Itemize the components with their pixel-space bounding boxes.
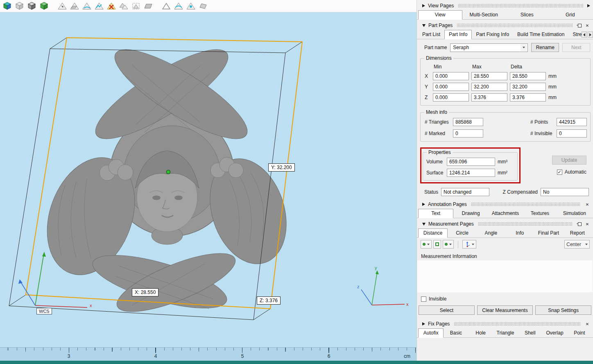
tab-part-info[interactable]: Part Info: [444, 30, 472, 39]
mark-triangle-icon[interactable]: [57, 1, 67, 11]
y-min-field[interactable]: [433, 83, 469, 91]
points-field[interactable]: [557, 118, 587, 126]
z-min-field[interactable]: [433, 93, 469, 102]
tab-point[interactable]: Point: [567, 329, 592, 337]
point-mode-dropdown[interactable]: [421, 240, 432, 249]
tab-attachments[interactable]: Attachments: [488, 209, 523, 218]
tab-multi-section[interactable]: Multi-Section: [462, 11, 506, 19]
x-delta-field[interactable]: [510, 72, 546, 80]
automatic-checkbox[interactable]: [557, 170, 562, 175]
tab-report[interactable]: Report: [563, 229, 592, 237]
tab-part-list[interactable]: Part List: [418, 30, 444, 39]
clear-measurements-button[interactable]: Clear Measurements: [477, 305, 533, 315]
viewport-canvas[interactable]: x x y z: [0, 12, 416, 347]
rename-button[interactable]: Rename: [531, 43, 559, 52]
axis-snap-dropdown[interactable]: [462, 240, 476, 249]
drag-grip[interactable]: [458, 4, 583, 8]
close-icon[interactable]: [584, 201, 590, 207]
fix-pages-header[interactable]: Fix Pages: [417, 319, 593, 328]
cube-wire-icon[interactable]: [14, 1, 25, 11]
pin-icon[interactable]: [577, 23, 582, 28]
triangles-field[interactable]: [453, 118, 483, 126]
tab-simulation[interactable]: Simulation: [557, 209, 592, 218]
tab-slices[interactable]: Slices: [505, 11, 549, 19]
y-delta-field[interactable]: [510, 83, 546, 91]
tab-shell[interactable]: Shell: [518, 329, 542, 337]
snap-settings-button[interactable]: Snap Settings: [535, 305, 591, 315]
mark-shell-icon[interactable]: [118, 1, 129, 11]
tab-autofix[interactable]: Autofix: [418, 328, 444, 338]
plane-solid-icon[interactable]: [143, 1, 153, 11]
center-combobox[interactable]: Center: [564, 240, 590, 249]
second-point-dropdown[interactable]: [443, 240, 454, 249]
tab-scroll-left-icon[interactable]: [582, 32, 587, 38]
next-button[interactable]: Next: [562, 43, 590, 52]
tab-textures[interactable]: Textures: [523, 209, 557, 218]
part-pages-header[interactable]: Part Pages: [417, 21, 593, 30]
right-panel: View Pages View Multi-Section Slices Gri…: [416, 0, 593, 361]
mark-surface-icon[interactable]: [81, 1, 92, 11]
x-min-field[interactable]: [433, 72, 469, 80]
unmark-all-icon[interactable]: [106, 1, 116, 11]
point-marker-toggle[interactable]: [433, 240, 441, 249]
update-button[interactable]: Update: [552, 156, 586, 165]
mark-window-icon[interactable]: [131, 1, 141, 11]
tab-view[interactable]: View: [418, 10, 462, 20]
z-delta-field[interactable]: [510, 93, 546, 102]
annotation-pages-header[interactable]: Annotation Pages: [417, 200, 593, 209]
panel-overflow-icon[interactable]: [587, 4, 590, 7]
tab-basic[interactable]: Basic: [444, 329, 468, 337]
tab-drawing[interactable]: Drawing: [453, 209, 488, 218]
invisible-field[interactable]: [557, 129, 587, 138]
drag-grip[interactable]: [454, 322, 580, 326]
tab-hole[interactable]: Hole: [469, 329, 493, 337]
mark-plane-icon[interactable]: [69, 1, 79, 11]
tab-angle[interactable]: Angle: [477, 229, 505, 237]
z-compensated-field[interactable]: [541, 188, 589, 196]
y-max-field[interactable]: [471, 83, 507, 91]
drag-grip[interactable]: [471, 202, 580, 206]
tab-text[interactable]: Text: [418, 209, 453, 218]
tab-build-time-estimation[interactable]: Build Time Estimation: [513, 30, 568, 39]
new-triangle-icon[interactable]: [161, 1, 171, 11]
drag-grip[interactable]: [457, 23, 573, 27]
tab-overlap[interactable]: Overlap: [542, 329, 567, 337]
volume-field[interactable]: [447, 158, 495, 166]
invisible-checkbox[interactable]: [421, 296, 426, 302]
measurement-point[interactable]: [167, 170, 170, 174]
close-icon[interactable]: [584, 321, 590, 327]
3d-viewport[interactable]: x x y z Y: 32.200 X: 28.550 Z: 3.376 WCS: [0, 12, 416, 347]
surface-field[interactable]: [447, 169, 495, 177]
close-icon[interactable]: [584, 221, 590, 227]
pin-icon[interactable]: [577, 222, 582, 226]
marked-field[interactable]: [453, 129, 483, 138]
z-max-field[interactable]: [471, 93, 507, 102]
dimensions-group: Dimensions Min Max Delta X mm Y mm Z: [420, 58, 591, 106]
tab-stre[interactable]: Stre: [568, 30, 582, 39]
tab-grid[interactable]: Grid: [549, 11, 592, 19]
view-pages-header[interactable]: View Pages: [417, 1, 593, 10]
combo-arrow-area[interactable]: [521, 44, 527, 51]
seraph-model[interactable]: [32, 35, 299, 323]
select-button[interactable]: Select: [419, 305, 475, 315]
tab-part-fixing-info[interactable]: Part Fixing Info: [472, 30, 513, 39]
cube-solid-green-icon[interactable]: [39, 1, 49, 11]
x-max-field[interactable]: [471, 72, 507, 80]
view-cube-icon[interactable]: [2, 1, 12, 11]
tab-distance[interactable]: Distance: [418, 228, 448, 238]
triangle-point-icon[interactable]: [186, 1, 196, 11]
tab-info[interactable]: Info: [505, 229, 534, 237]
close-icon[interactable]: [584, 23, 590, 28]
mark-connected-icon[interactable]: [94, 1, 104, 11]
triangle-edge-icon[interactable]: [173, 1, 183, 11]
status-field[interactable]: [441, 188, 489, 196]
cube-section-icon[interactable]: [27, 1, 37, 11]
tab-triangle[interactable]: Triangle: [493, 329, 518, 337]
plane-flag-icon[interactable]: [198, 1, 208, 11]
tab-final-part[interactable]: Final Part: [534, 229, 563, 237]
measurement-pages-header[interactable]: Measurement Pages: [417, 219, 593, 228]
tab-circle[interactable]: Circle: [448, 229, 476, 237]
drag-grip[interactable]: [478, 222, 573, 226]
tab-scroll-right-icon[interactable]: [588, 32, 593, 38]
part-name-combobox[interactable]: Seraph: [450, 43, 528, 52]
